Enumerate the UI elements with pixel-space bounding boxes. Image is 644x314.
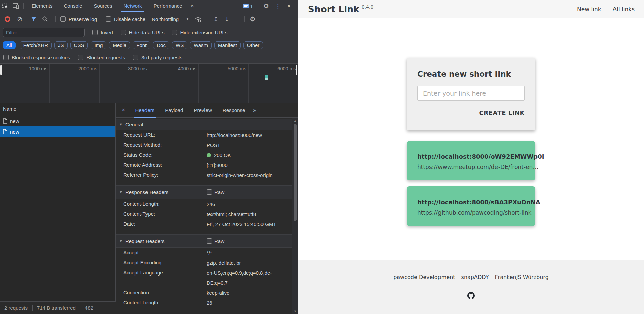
checkbox[interactable] <box>121 30 126 35</box>
checkbox[interactable] <box>133 55 138 60</box>
type-filter-img[interactable]: Img <box>91 41 106 49</box>
type-filter-all[interactable]: All <box>3 41 16 49</box>
short-link-app: Short Link 0.4.0 New link All links Crea… <box>298 0 644 314</box>
filter-input[interactable] <box>3 28 85 37</box>
invert-checkbox[interactable]: Invert <box>92 30 113 35</box>
header-row: Request URL: http://localhost:8000/new <box>116 130 292 140</box>
more-detail-tabs-icon[interactable]: » <box>250 107 258 114</box>
document-icon <box>3 129 7 134</box>
network-conditions-icon[interactable] <box>194 16 206 22</box>
type-filter-css[interactable]: CSS <box>70 41 88 49</box>
detail-scrollbar[interactable]: ▲ ▼ <box>292 118 298 314</box>
checkbox[interactable] <box>207 238 212 244</box>
github-icon[interactable] <box>467 292 475 301</box>
header-row: Content-Type: text/html; charset=utf8 <box>116 209 292 219</box>
checkbox[interactable] <box>172 30 177 35</box>
more-options-icon[interactable]: ⋮ <box>272 3 284 10</box>
type-filter-manifest[interactable]: Manifest <box>214 41 241 49</box>
import-har-icon[interactable]: ↥ <box>210 15 221 23</box>
filter-icon[interactable] <box>31 16 42 22</box>
checkbox[interactable] <box>3 55 9 60</box>
type-filter-js[interactable]: JS <box>54 41 68 49</box>
third-party-requests-checkbox[interactable]: 3rd-party requests <box>133 55 182 60</box>
short-url[interactable]: http://localhost:8000/sBA3PXuDnNA <box>417 199 525 206</box>
tab-sources[interactable]: Sources <box>88 0 118 12</box>
short-link-card[interactable]: http://localhost:8000/sBA3PXuDnNA https:… <box>407 186 535 226</box>
type-filter-fetch-xhr[interactable]: Fetch/XHR <box>20 41 52 49</box>
section-general[interactable]: ▼ General <box>116 119 292 130</box>
request-row-selected[interactable]: new <box>0 126 115 137</box>
footer-link-pawcode[interactable]: pawcode Development <box>393 274 455 280</box>
blocked-requests-checkbox[interactable]: Blocked requests <box>78 55 125 60</box>
create-link-button[interactable]: CREATE LINK <box>479 109 525 116</box>
create-card-title: Create new short link <box>417 70 525 78</box>
footer-link-frankenjs[interactable]: FrankenJS Würzburg <box>495 274 549 280</box>
section-request-headers[interactable]: ▼ Request Headers Raw <box>116 234 292 248</box>
request-raw-checkbox[interactable]: Raw <box>207 238 224 244</box>
detail-tab-headers[interactable]: Headers <box>130 103 160 118</box>
checkbox[interactable] <box>106 16 111 22</box>
settings-gear-icon[interactable]: ⚙ <box>260 2 272 10</box>
request-list-header-name[interactable]: Name <box>0 103 115 115</box>
divider <box>55 16 56 22</box>
scroll-up-icon[interactable]: ▲ <box>292 119 298 122</box>
footer-link-snapaddy[interactable]: snapADDY <box>461 274 489 280</box>
throttling-dropdown[interactable]: No throttling ▼ <box>152 16 189 22</box>
type-filter-media[interactable]: Media <box>109 41 130 49</box>
issues-icon[interactable] <box>243 4 249 8</box>
checkbox[interactable] <box>60 16 66 22</box>
type-filter-wasm[interactable]: Wasm <box>190 41 212 49</box>
network-settings-gear-icon[interactable]: ⚙ <box>247 15 259 23</box>
detail-tab-response[interactable]: Response <box>217 103 251 118</box>
app-title: Short Link <box>308 4 359 14</box>
hide-extension-urls-checkbox[interactable]: Hide extension URLs <box>172 30 227 35</box>
detail-tab-preview[interactable]: Preview <box>188 103 217 118</box>
checkbox[interactable] <box>78 55 83 60</box>
header-row: Connection: keep-alive <box>116 288 292 298</box>
inspect-element-icon[interactable] <box>0 1 11 11</box>
close-detail-icon[interactable]: × <box>116 107 130 114</box>
short-link-card[interactable]: http://localhost:8000/oW92EMWWp0I https:… <box>407 141 535 180</box>
status-ok-dot <box>207 153 211 157</box>
type-filter-other[interactable]: Other <box>243 41 264 49</box>
divider <box>28 16 28 22</box>
tab-network[interactable]: Network <box>118 0 148 12</box>
blocked-response-cookies-checkbox[interactable]: Blocked response cookies <box>3 55 70 60</box>
search-icon[interactable] <box>42 16 53 22</box>
tab-performance[interactable]: Performance <box>148 0 188 12</box>
record-network-log-icon[interactable] <box>5 16 10 22</box>
scrollbar-thumb[interactable] <box>294 124 297 221</box>
tab-elements[interactable]: Elements <box>26 0 58 12</box>
checkbox[interactable] <box>207 189 212 195</box>
network-activity-marker <box>265 75 268 78</box>
app-footer: pawcode Development snapADDY FrankenJS W… <box>298 260 644 314</box>
overview-right-handle[interactable] <box>296 65 297 75</box>
detail-tab-payload[interactable]: Payload <box>160 103 188 118</box>
hide-data-urls-checkbox[interactable]: Hide data URLs <box>121 30 165 35</box>
disable-cache-checkbox[interactable]: Disable cache <box>106 16 145 22</box>
overview-left-handle[interactable] <box>0 65 2 75</box>
request-list-column: Name new new 2 requests 714 B transf <box>0 103 116 314</box>
response-raw-checkbox[interactable]: Raw <box>207 189 224 195</box>
tab-console[interactable]: Console <box>58 0 88 12</box>
link-input[interactable] <box>417 86 525 101</box>
clear-network-log-icon[interactable]: ⊘ <box>14 15 26 23</box>
request-row[interactable]: new <box>0 115 115 126</box>
nav-all-links[interactable]: All links <box>613 6 635 13</box>
type-filter-font[interactable]: Font <box>133 41 150 49</box>
preserve-log-checkbox[interactable]: Preserve log <box>60 16 97 22</box>
issues-count: 1 <box>250 3 253 9</box>
section-response-headers[interactable]: ▼ Response Headers Raw <box>116 185 292 199</box>
close-devtools-icon[interactable]: × <box>284 2 294 10</box>
short-url[interactable]: http://localhost:8000/oW92EMWWp0I <box>417 153 525 160</box>
nav-new-link[interactable]: New link <box>577 6 601 13</box>
checkbox[interactable] <box>92 30 98 35</box>
export-har-icon[interactable]: ↧ <box>221 15 232 23</box>
type-filter-ws[interactable]: WS <box>172 41 187 49</box>
more-tabs-icon[interactable]: » <box>188 3 196 9</box>
scroll-down-icon[interactable]: ▼ <box>292 310 298 313</box>
network-overview-timeline[interactable]: 1000 ms 2000 ms 3000 ms 4000 ms 5000 ms … <box>0 64 298 103</box>
type-filter-doc[interactable]: Doc <box>153 41 169 49</box>
footer-links: pawcode Development snapADDY FrankenJS W… <box>298 274 644 280</box>
device-toolbar-icon[interactable] <box>11 1 21 11</box>
